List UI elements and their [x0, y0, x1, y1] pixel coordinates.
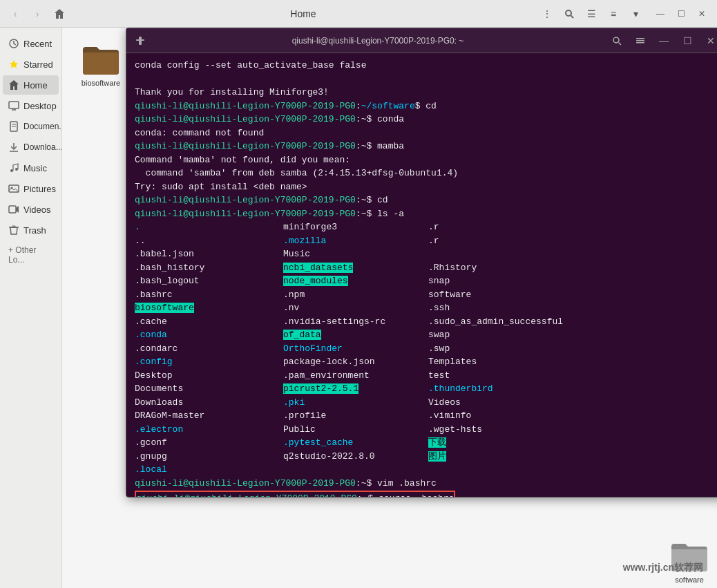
- sidebar-item-starred[interactable]: Starred: [3, 55, 59, 74]
- documents-icon: [8, 121, 19, 132]
- ls-col-3: .r .r .Rhistory snap software .ssh .sudo…: [428, 220, 573, 477]
- sidebar-label-videos: Videos: [23, 205, 51, 215]
- terminal-line-1: conda config --set auto_activate_base fa…: [135, 59, 717, 73]
- videos-icon: [8, 204, 19, 215]
- trash-icon: [8, 225, 19, 236]
- sort-button[interactable]: ≡: [604, 4, 623, 23]
- svg-point-10: [10, 169, 13, 172]
- search-button[interactable]: [560, 4, 579, 23]
- terminal-line-try: Try: sudo apt install <deb name>: [135, 180, 717, 194]
- sidebar-item-other[interactable]: + Other Lo...: [3, 241, 59, 269]
- menu-button[interactable]: ⋮: [537, 4, 557, 23]
- terminal-line-conda: qiushi-li@qiushili-Legion-Y7000P-2019-PG…: [135, 113, 717, 126]
- file-manager: ‹ › Home ⋮ ☰ ≡ ▾ — ☐ ✕: [0, 0, 717, 588]
- sidebar-item-documents[interactable]: Documen...: [3, 117, 59, 136]
- minimize-button[interactable]: —: [651, 4, 670, 23]
- pictures-icon: [8, 183, 19, 194]
- recent-icon: [8, 38, 19, 49]
- sidebar-item-downloads[interactable]: Downloa...: [3, 137, 59, 157]
- svg-line-20: [619, 42, 622, 45]
- window-controls: — ☐ ✕: [651, 4, 711, 23]
- svg-rect-4: [9, 102, 19, 108]
- terminal-line-miniforge: Thank you for installing Miniforge3!: [135, 86, 717, 99]
- maximize-button[interactable]: ☐: [671, 4, 691, 23]
- terminal-line-cd2: qiushi-li@qiushili-Legion-Y7000P-2019-PG…: [135, 193, 717, 207]
- ls-output: . .. .babel.json .bash_history .bash_log…: [135, 220, 717, 477]
- music-icon: [8, 162, 19, 173]
- sidebar-item-recent[interactable]: Recent: [3, 34, 59, 53]
- topbar-actions: ⋮ ☰ ≡ ▾: [537, 4, 645, 23]
- fm-content-area: Recent Starred Home Desktop: [0, 28, 717, 588]
- file-name-biosoftware: biosoftware: [82, 79, 120, 87]
- sidebar: Recent Starred Home Desktop: [0, 28, 62, 588]
- terminal-red-box: qiushi-li@qiushili-Legion-Y7000P-2019-PG…: [135, 491, 455, 497]
- fm-main-area: biosoftware: [62, 28, 717, 588]
- terminal-titlebar: qiushi-li@qiushili-Legion-Y7000P-2019-PG…: [126, 28, 717, 53]
- downloads-icon: [8, 142, 19, 153]
- sidebar-item-videos[interactable]: Videos: [3, 200, 59, 219]
- sidebar-label-music: Music: [23, 163, 47, 173]
- terminal-window: qiushi-li@qiushili-Legion-Y7000P-2019-PG…: [126, 28, 717, 497]
- terminal-line-samba: command 'samba' from deb samba (2:4.15.1…: [135, 167, 717, 180]
- sidebar-label-pictures: Pictures: [23, 184, 56, 194]
- sidebar-item-trash[interactable]: Trash: [3, 220, 59, 240]
- terminal-pin-button[interactable]: [132, 32, 149, 49]
- ls-col-1: . .. .babel.json .bash_history .bash_log…: [135, 220, 283, 477]
- sidebar-item-music[interactable]: Music: [3, 158, 59, 178]
- terminal-line-ls: qiushi-li@qiushili-Legion-Y7000P-2019-PG…: [135, 207, 717, 221]
- sidebar-label-recent: Recent: [23, 39, 52, 49]
- star-icon: [8, 59, 19, 70]
- sidebar-label-trash: Trash: [23, 225, 46, 236]
- home-sidebar-icon: [8, 79, 19, 91]
- sidebar-label-documents: Documen...: [23, 122, 62, 131]
- terminal-minimize-button[interactable]: —: [654, 31, 673, 50]
- svg-rect-21: [636, 38, 644, 39]
- sidebar-label-home: Home: [23, 80, 48, 91]
- svg-point-0: [566, 10, 571, 16]
- svg-rect-23: [636, 42, 644, 44]
- view-toggle-button[interactable]: ☰: [582, 4, 601, 23]
- terminal-line-blank: [135, 73, 717, 86]
- sort-down-button[interactable]: ▾: [626, 4, 645, 23]
- terminal-line-mamba: qiushi-li@qiushili-Legion-Y7000P-2019-PG…: [135, 140, 717, 153]
- terminal-line-cd1: qiushi-li@qiushili-Legion-Y7000P-2019-PG…: [135, 99, 717, 113]
- svg-marker-3: [10, 60, 18, 68]
- topbar-title: Home: [72, 8, 535, 19]
- terminal-line-mamba-notfound: Command 'mamba' not found, did you mean:: [135, 153, 717, 167]
- terminal-close-button[interactable]: ✕: [701, 31, 717, 50]
- terminal-body[interactable]: conda config --set auto_activate_base fa…: [126, 53, 717, 497]
- sidebar-label-other: + Other Lo...: [8, 245, 53, 265]
- terminal-title: qiushi-li@qiushili-Legion-Y7000P-2019-PG…: [153, 36, 603, 46]
- back-button[interactable]: ‹: [6, 4, 25, 23]
- sidebar-label-starred: Starred: [23, 59, 53, 70]
- file-manager-topbar: ‹ › Home ⋮ ☰ ≡ ▾ — ☐ ✕: [0, 0, 717, 28]
- svg-rect-22: [636, 40, 644, 41]
- terminal-line-vim: qiushi-li@qiushili-Legion-Y7000P-2019-PG…: [135, 477, 717, 491]
- terminal-search-button[interactable]: [607, 31, 627, 50]
- sidebar-item-pictures[interactable]: Pictures: [3, 179, 59, 198]
- svg-rect-18: [139, 37, 142, 45]
- svg-line-1: [571, 15, 574, 18]
- svg-point-19: [613, 37, 619, 43]
- home-icon-button[interactable]: [50, 4, 69, 23]
- sidebar-item-home[interactable]: Home: [3, 75, 59, 95]
- desktop-icon: [8, 100, 19, 111]
- close-button[interactable]: ✕: [692, 4, 711, 23]
- ls-col-2: miniforge3 .mozilla Music ncbi_datasets …: [283, 220, 428, 477]
- svg-rect-14: [9, 206, 16, 213]
- sidebar-item-desktop[interactable]: Desktop: [3, 96, 59, 115]
- sidebar-label-desktop: Desktop: [23, 101, 57, 111]
- forward-button[interactable]: ›: [28, 4, 47, 23]
- terminal-line-source: qiushi-li@qiushili-Legion-Y7000P-2019-PG…: [136, 492, 454, 497]
- terminal-maximize-button[interactable]: ☐: [678, 31, 697, 50]
- sidebar-label-downloads: Downloa...: [23, 142, 62, 152]
- terminal-menu-button[interactable]: [631, 31, 650, 50]
- file-item-biosoftware[interactable]: biosoftware: [73, 39, 128, 91]
- watermark: www.rjtj.cn软荐网: [623, 562, 703, 574]
- terminal-line-notfound: conda: command not found: [135, 126, 717, 140]
